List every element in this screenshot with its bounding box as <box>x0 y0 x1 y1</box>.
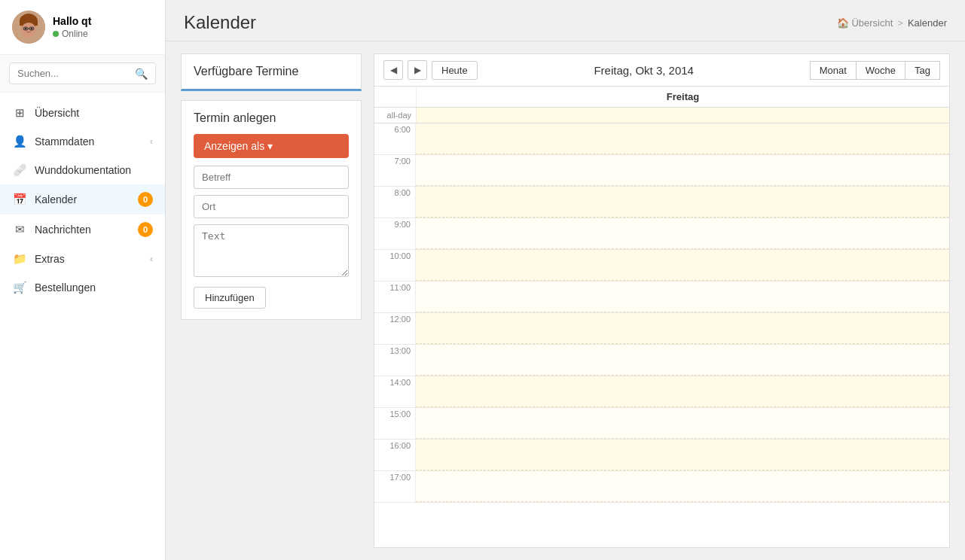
search-icon-button[interactable]: 🔍 <box>135 68 148 80</box>
bestellungen-icon: 🛒 <box>12 281 27 294</box>
time-cell-13[interactable] <box>416 345 949 376</box>
allday-cell <box>416 108 949 123</box>
time-cell-8[interactable] <box>416 187 949 218</box>
content-area: Verfügbare Termine Termin anlegen Anzeig… <box>166 41 965 560</box>
status-dot <box>53 31 59 37</box>
time-row-11: 11:00 <box>374 282 949 313</box>
time-label-6: 6:00 <box>374 123 416 154</box>
stammdaten-label: Stammdaten <box>35 135 150 148</box>
time-label-13: 13:00 <box>374 345 416 376</box>
wunddokumentation-label: Wunddokumentation <box>35 164 153 176</box>
monat-button[interactable]: Monat <box>810 61 857 80</box>
search-container: 🔍 <box>0 55 165 93</box>
breadcrumb-home-label: Übersicht <box>851 17 893 29</box>
time-label-7: 7:00 <box>374 155 416 186</box>
ubersicht-label: Übersicht <box>35 107 153 119</box>
time-label-17: 17:00 <box>374 471 416 502</box>
time-cell-6[interactable] <box>416 123 949 154</box>
wunddokumentation-icon: 🩹 <box>12 163 27 177</box>
time-cell-10[interactable] <box>416 250 949 281</box>
time-cell-11[interactable] <box>416 282 949 312</box>
sidebar-item-bestellungen[interactable]: 🛒 Bestellungen <box>0 273 165 302</box>
time-label-15: 15:00 <box>374 408 416 439</box>
calendar-date-label: Freitag, Okt 3, 2014 <box>482 64 806 77</box>
time-row-12: 12:00 <box>374 313 949 345</box>
day-name: Freitag <box>416 87 949 107</box>
sidebar: Hallo qt Online 🔍 ⊞ Übersicht 👤 Stammdat… <box>0 0 166 560</box>
ort-input[interactable] <box>194 195 349 218</box>
breadcrumb: 🏠 Übersicht > Kalender <box>837 17 947 29</box>
time-row-10: 10:00 <box>374 250 949 282</box>
extras-icon: 📁 <box>12 252 27 266</box>
view-buttons: Monat Woche Tag <box>811 61 940 80</box>
nachrichten-label: Nachrichten <box>35 224 138 236</box>
calendar-body: 6:00 7:00 8:00 9:00 10:00 <box>374 123 949 547</box>
time-label-12: 12:00 <box>374 313 416 344</box>
avatar <box>12 11 45 44</box>
sidebar-item-kalender[interactable]: 📅 Kalender 0 <box>0 184 165 215</box>
sidebar-item-nachrichten[interactable]: ✉ Nachrichten 0 <box>0 215 165 245</box>
time-label-14: 14:00 <box>374 376 416 407</box>
time-row-14: 14:00 <box>374 376 949 408</box>
time-row-13: 13:00 <box>374 345 949 376</box>
top-header: Kalender 🏠 Übersicht > Kalender <box>166 0 965 41</box>
anzeigen-als-button[interactable]: Anzeigen als ▾ <box>194 134 349 158</box>
nav-menu: ⊞ Übersicht 👤 Stammdaten ‹ 🩹 Wunddokumen… <box>0 93 165 560</box>
calendar-day-header: Freitag <box>374 87 949 108</box>
allday-row: all-day <box>374 108 949 123</box>
ubersicht-icon: ⊞ <box>12 106 27 120</box>
time-row-16: 16:00 <box>374 440 949 471</box>
extras-arrow: ‹ <box>150 254 153 264</box>
betreff-input[interactable] <box>194 166 349 189</box>
time-cell-17[interactable] <box>416 471 949 502</box>
sidebar-item-extras[interactable]: 📁 Extras ‹ <box>0 245 165 273</box>
tag-button[interactable]: Tag <box>905 61 940 80</box>
time-label-10: 10:00 <box>374 250 416 281</box>
breadcrumb-home[interactable]: 🏠 Übersicht <box>837 17 893 29</box>
woche-button[interactable]: Woche <box>856 61 905 80</box>
verfugbare-title: Verfügbare Termine <box>194 65 349 78</box>
stammdaten-arrow: ‹ <box>150 136 153 147</box>
nachrichten-icon: ✉ <box>12 223 27 236</box>
time-spacer <box>374 87 416 107</box>
anzeigen-als-label: Anzeigen als ▾ <box>204 140 273 152</box>
time-cell-7[interactable] <box>416 155 949 186</box>
sidebar-item-stammdaten[interactable]: 👤 Stammdaten ‹ <box>0 127 165 156</box>
calendar-header: ◀ ▶ Heute Freitag, Okt 3, 2014 Monat Woc… <box>374 54 949 87</box>
time-label-9: 9:00 <box>374 218 416 249</box>
left-panel: Verfügbare Termine Termin anlegen Anzeig… <box>181 53 362 548</box>
sidebar-item-ubersicht[interactable]: ⊞ Übersicht <box>0 99 165 127</box>
time-label-8: 8:00 <box>374 187 416 218</box>
stammdaten-icon: 👤 <box>12 135 27 148</box>
kalender-label: Kalender <box>35 193 138 205</box>
time-row-8: 8:00 <box>374 187 949 218</box>
hinzufugen-button[interactable]: Hinzufügen <box>194 287 266 309</box>
search-input[interactable] <box>9 62 156 84</box>
calendar-panel: ◀ ▶ Heute Freitag, Okt 3, 2014 Monat Woc… <box>374 53 950 548</box>
time-cell-16[interactable] <box>416 440 949 470</box>
breadcrumb-separator: > <box>897 17 903 29</box>
cal-next-button[interactable]: ▶ <box>408 60 427 80</box>
svg-point-3 <box>21 23 36 38</box>
sidebar-item-wunddokumentation[interactable]: 🩹 Wunddokumentation <box>0 156 165 184</box>
time-cell-9[interactable] <box>416 218 949 249</box>
text-textarea[interactable] <box>194 224 349 277</box>
user-status: Online <box>53 29 91 39</box>
cal-prev-button[interactable]: ◀ <box>383 60 403 80</box>
time-cell-15[interactable] <box>416 408 949 439</box>
time-row-7: 7:00 <box>374 155 949 187</box>
time-row-9: 9:00 <box>374 218 949 250</box>
breadcrumb-current: Kalender <box>908 17 947 29</box>
svg-point-5 <box>31 28 33 30</box>
time-row-15: 15:00 <box>374 408 949 440</box>
time-cell-14[interactable] <box>416 376 949 407</box>
heute-button[interactable]: Heute <box>432 61 478 80</box>
svg-point-4 <box>25 28 27 30</box>
allday-label: all-day <box>374 108 416 123</box>
termin-box: Termin anlegen Anzeigen als ▾ Hinzufügen <box>181 100 362 320</box>
main-content: Kalender 🏠 Übersicht > Kalender Verfügba… <box>166 0 965 560</box>
bestellungen-label: Bestellungen <box>35 282 153 294</box>
time-row-6: 6:00 <box>374 123 949 155</box>
time-cell-12[interactable] <box>416 313 949 344</box>
termin-title: Termin anlegen <box>194 111 349 125</box>
